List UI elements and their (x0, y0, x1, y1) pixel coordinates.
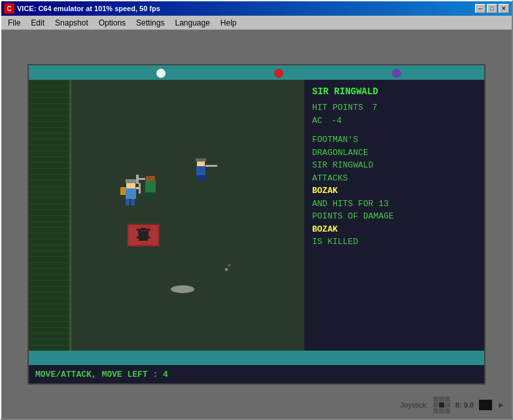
svg-rect-12 (136, 175, 139, 184)
hp-line: HIT POINTS 7 (312, 101, 476, 114)
svg-rect-27 (198, 175, 201, 181)
character-name: SIR RINGWALD (312, 85, 476, 99)
svg-rect-25 (196, 158, 206, 162)
minimize-button[interactable]: ─ (475, 4, 486, 13)
ac-line: AC -4 (312, 114, 476, 128)
hp-value: 7 (372, 103, 378, 113)
combat-line3: SIR RINGWALD (312, 159, 476, 172)
svg-rect-14 (150, 192, 154, 199)
bottom-bar: Joystick: 8: 9.0 ► (400, 396, 505, 413)
svg-rect-28 (202, 175, 205, 181)
svg-rect-30 (225, 268, 228, 271)
top-border (29, 65, 484, 80)
game-info-panel: SIR RINGWALD HIT POINTS 7 AC -4 FOOTMAN'… (304, 80, 484, 351)
svg-rect-2 (126, 179, 136, 183)
window-title: VICE: C64 emulator at 101% speed, 50 fps (17, 5, 160, 12)
svg-rect-0 (126, 187, 136, 199)
color-swatch (479, 400, 492, 410)
svg-point-29 (171, 285, 194, 293)
menu-bar: File Edit Snapshot Options Settings Lang… (1, 16, 512, 30)
coords-display: 8: 9.0 (455, 401, 474, 409)
menu-language[interactable]: Language (169, 16, 215, 29)
sprites-area (71, 80, 307, 351)
circle-red (274, 69, 283, 78)
menu-options[interactable]: Options (94, 16, 131, 29)
combat-section: FOOTMAN'S DRAGONLANCE SIR RINGWALD ATTAC… (312, 133, 476, 249)
window-controls: ─ □ ✕ (475, 4, 509, 13)
menu-file[interactable]: File (3, 16, 26, 29)
combat-highlight2: BOZAK (312, 223, 476, 236)
combat-line6: POINTS OF DAMAGE (312, 210, 476, 223)
game-screen: SIR RINGWALD HIT POINTS 7 AC -4 FOOTMAN'… (27, 64, 486, 385)
svg-rect-11 (139, 178, 145, 180)
bottom-border (29, 351, 484, 365)
menu-edit[interactable]: Edit (26, 16, 50, 29)
joy-cell-l (433, 402, 438, 408)
svg-rect-31 (228, 264, 230, 266)
close-button[interactable]: ✕ (499, 4, 509, 13)
circle-purple (392, 69, 401, 78)
menu-snapshot[interactable]: Snapshot (50, 16, 94, 29)
svg-rect-26 (205, 165, 217, 167)
ac-value: -4 (331, 116, 342, 126)
svg-rect-8 (145, 181, 156, 192)
game-scene-svg (84, 99, 320, 341)
joy-cell-br (445, 408, 450, 413)
menu-settings[interactable]: Settings (131, 16, 169, 29)
hp-label: HIT POINTS (312, 103, 363, 113)
joystick-label: Joystick: (400, 401, 428, 409)
joy-cell-b (439, 408, 444, 413)
joy-cell-t (439, 396, 444, 402)
status-text: MOVE/ATTACK, MOVE LEFT : 4 (35, 370, 168, 379)
svg-rect-7 (120, 187, 126, 195)
svg-rect-6 (131, 199, 135, 205)
combat-line4: ATTACKS (312, 172, 476, 185)
content-area: SIR RINGWALD HIT POINTS 7 AC -4 FOOTMAN'… (1, 30, 512, 419)
joy-cell-center (439, 402, 444, 408)
app-icon: C (4, 3, 14, 14)
game-status-bar: MOVE/ATTACK, MOVE LEFT : 4 (29, 365, 484, 383)
svg-rect-23 (196, 165, 205, 175)
combat-line1: FOOTMAN'S (312, 133, 476, 147)
column-left (29, 80, 71, 351)
joy-cell-tr (445, 396, 450, 402)
maximize-button[interactable]: □ (487, 4, 497, 13)
joystick-icon (433, 396, 450, 413)
combat-line2: DRAGONLANCE (312, 147, 476, 160)
game-info-text: SIR RINGWALD HIT POINTS 7 AC -4 FOOTMAN'… (312, 85, 476, 249)
cursor-arrow: ► (497, 400, 505, 410)
circle-white (156, 69, 166, 78)
ac-label: AC (312, 116, 323, 126)
main-window: C VICE: C64 emulator at 101% speed, 50 f… (0, 0, 513, 420)
combat-highlight1: BOZAK (312, 184, 476, 198)
svg-rect-5 (126, 199, 130, 205)
combat-line5: AND HITS FOR 13 (312, 198, 476, 211)
joy-cell-r (445, 402, 450, 408)
svg-rect-4 (139, 183, 141, 194)
title-bar: C VICE: C64 emulator at 101% speed, 50 f… (1, 1, 512, 16)
title-bar-left: C VICE: C64 emulator at 101% speed, 50 f… (4, 3, 160, 14)
combat-line7: IS KILLED (312, 236, 476, 249)
svg-rect-10 (145, 172, 156, 176)
joy-cell-tl (433, 396, 438, 402)
svg-rect-13 (145, 192, 149, 199)
menu-help[interactable]: Help (215, 16, 242, 29)
joy-cell-bl (433, 408, 438, 413)
